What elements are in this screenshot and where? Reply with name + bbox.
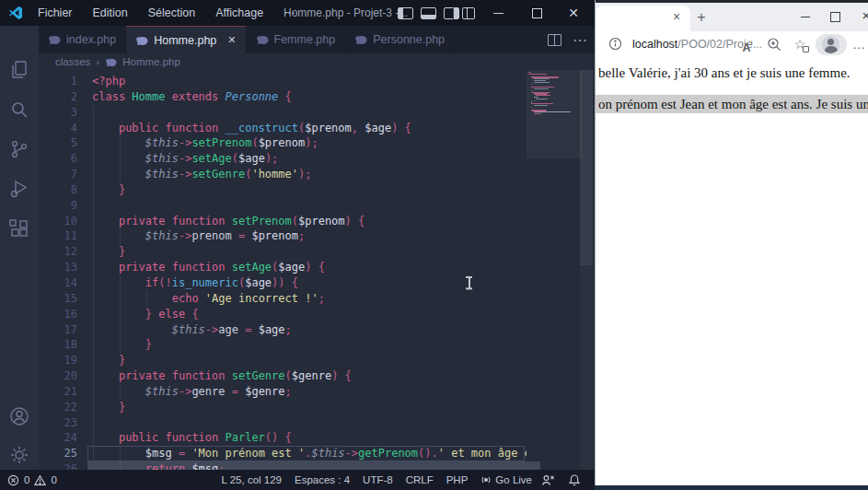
tab-close-icon[interactable]: ✕ [227, 34, 236, 46]
code-line[interactable]: } [92, 244, 527, 260]
split-editor-icon[interactable] [548, 34, 561, 46]
line-number[interactable]: 21 [39, 384, 77, 400]
line-number[interactable]: 2 [39, 89, 77, 105]
vscode-close-button[interactable]: ✕ [558, 0, 589, 26]
line-number[interactable]: 6 [39, 151, 77, 167]
code-line[interactable] [92, 198, 527, 214]
code-line[interactable]: public function Parler() { [92, 430, 527, 446]
tab-index-php[interactable]: index.php [39, 26, 126, 53]
code-line[interactable]: private function setPrenom($prenom) { [92, 214, 527, 229]
line-number[interactable]: 12 [39, 244, 77, 260]
read-aloud-icon[interactable]: A⁾ [739, 36, 756, 52]
source-control-icon[interactable] [8, 138, 30, 160]
code-line[interactable] [92, 105, 527, 121]
code-line[interactable]: } [92, 337, 527, 353]
code-line[interactable]: } [92, 353, 527, 368]
code-line[interactable] [92, 415, 527, 431]
profile-button[interactable] [816, 34, 847, 55]
breadcrumb-file[interactable]: Homme.php [122, 56, 180, 67]
browser-maximize-button[interactable] [821, 3, 849, 30]
line-number[interactable]: 11 [39, 228, 77, 244]
notifications-bell-icon[interactable] [568, 473, 581, 486]
code-line[interactable]: echo 'Age incorrect !'; [92, 291, 527, 307]
line-number[interactable]: 20 [39, 368, 77, 384]
browser-tab[interactable]: × [596, 6, 690, 31]
minimap[interactable] [528, 72, 580, 182]
tab-personne-php[interactable]: Personne.php [345, 26, 455, 53]
browser-tab-close-icon[interactable]: × [673, 9, 680, 24]
line-number[interactable]: 19 [39, 353, 77, 368]
code-line[interactable]: $this->setGenre('homme'); [92, 167, 527, 182]
line-number[interactable]: 23 [39, 415, 77, 431]
explorer-icon[interactable] [8, 59, 30, 81]
code-lines[interactable]: <?phpclass Homme extends Personne { publ… [92, 74, 527, 470]
code-line[interactable]: $this->age = $age; [92, 322, 527, 338]
line-number[interactable]: 15 [39, 291, 77, 307]
accounts-icon[interactable] [8, 405, 30, 427]
line-number[interactable]: 8 [39, 182, 77, 198]
line-number[interactable]: 18 [39, 337, 77, 353]
problems-group[interactable]: 0 0 [7, 470, 57, 490]
code-line[interactable]: $this->prenom = $prenom; [92, 228, 527, 244]
code-line[interactable]: if(!is_numeric($age)) { [92, 275, 527, 291]
more-actions-icon[interactable]: ⋯ [573, 31, 587, 49]
run-debug-icon[interactable] [8, 178, 30, 200]
browser-minimize-button[interactable] [792, 3, 819, 30]
customize-layout-icon[interactable] [462, 7, 475, 19]
code-line[interactable]: <?php [92, 74, 527, 89]
eol-sequence[interactable]: CRLF [406, 474, 434, 485]
code-line[interactable]: private function setAge($age) { [92, 260, 527, 275]
menu-edition[interactable]: Edition [83, 0, 138, 26]
line-number[interactable]: 5 [39, 135, 77, 151]
code-line[interactable]: } [92, 400, 527, 415]
indentation[interactable]: Espaces : 4 [295, 474, 350, 485]
tab-homme-php[interactable]: Homme.php ✕ [126, 26, 246, 53]
feedback-icon[interactable] [541, 473, 555, 486]
line-number[interactable]: 3 [39, 105, 77, 121]
code-line[interactable]: $this->setPrenom($prenom); [92, 135, 527, 151]
cursor-position[interactable]: L 25, col 129 [222, 474, 282, 485]
menu-selection[interactable]: Sélection [138, 0, 205, 26]
line-number[interactable]: 16 [39, 307, 77, 322]
line-number[interactable]: 22 [39, 400, 77, 415]
code-line[interactable]: public function __construct($prenom, $ag… [92, 121, 527, 136]
line-number[interactable]: 14 [39, 275, 77, 291]
line-number[interactable]: 9 [39, 198, 77, 214]
toggle-secondary-sidebar-icon[interactable] [444, 7, 459, 19]
vscode-maximize-button[interactable] [521, 0, 552, 26]
new-tab-button[interactable]: + [691, 7, 712, 28]
favorites-star-icon[interactable]: ☆ [792, 36, 808, 52]
settings-gear-icon[interactable] [8, 444, 30, 466]
code-line[interactable]: } else { [92, 307, 527, 322]
line-number[interactable]: 4 [39, 121, 77, 136]
code-line[interactable]: private function setGenre($genre) { [92, 368, 527, 384]
line-number[interactable]: 10 [39, 214, 77, 229]
line-number-gutter[interactable]: 1234567891011121314151617181920212223242… [39, 74, 77, 470]
browser-close-button[interactable]: × [852, 3, 868, 30]
menu-fichier[interactable]: Fichier [28, 0, 83, 26]
go-live-button[interactable]: Go Live [480, 474, 532, 485]
line-number[interactable]: 17 [39, 322, 77, 338]
zoom-icon[interactable] [766, 36, 782, 52]
code-line[interactable]: $this->genre = $genre; [92, 384, 527, 400]
menu-affichage[interactable]: Affichage [205, 0, 273, 26]
browser-menu-icon[interactable]: … [852, 31, 866, 57]
code-editor[interactable]: 1234567891011121314151617181920212223242… [39, 70, 595, 470]
extensions-icon[interactable] [8, 217, 30, 239]
line-number[interactable]: 24 [39, 430, 77, 446]
line-number[interactable]: 25 [39, 446, 77, 461]
breadcrumb-folder[interactable]: classes [55, 56, 90, 67]
scrollbar-thumb[interactable] [580, 70, 593, 265]
language-mode[interactable]: PHP [446, 474, 469, 485]
code-line[interactable]: $msg = 'Mon prénom est '.$this->getPreno… [92, 446, 527, 461]
code-line[interactable]: class Homme extends Personne { [92, 89, 527, 105]
vscode-minimize-button[interactable] [482, 0, 514, 26]
editor-scrollbar[interactable] [580, 70, 593, 470]
toggle-sidebar-icon[interactable] [398, 7, 413, 19]
code-line[interactable]: } [92, 182, 527, 198]
line-number[interactable]: 1 [39, 74, 77, 89]
tab-femme-php[interactable]: Femme.php [247, 26, 346, 53]
line-number[interactable]: 26 [39, 461, 77, 470]
site-info-icon[interactable] [608, 37, 622, 51]
search-icon[interactable] [8, 99, 30, 121]
